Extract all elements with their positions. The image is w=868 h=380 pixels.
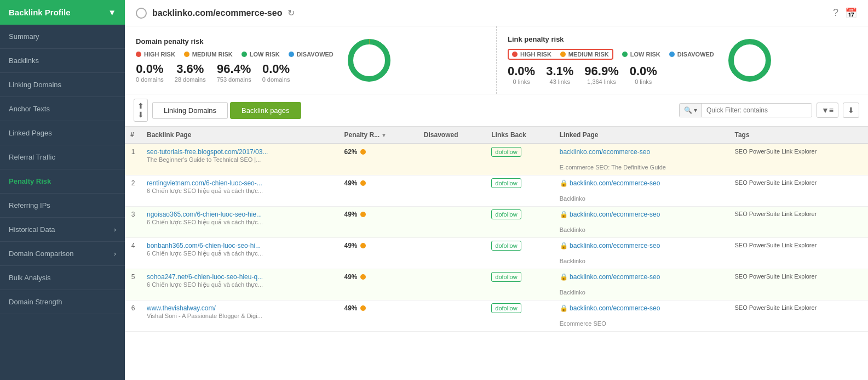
sidebar-item-referral-traffic[interactable]: Referral Traffic bbox=[0, 145, 125, 169]
linked-page-url[interactable]: 🔒 backlinko.com/ecommerce-seo bbox=[560, 242, 724, 249]
disavowed-cell bbox=[418, 300, 486, 332]
topbar-right: ? 📅 bbox=[833, 7, 857, 19]
sidebar-item-label: Linking Domains bbox=[9, 81, 61, 89]
link-penalty-donut bbox=[725, 36, 774, 85]
backlink-url[interactable]: rentingvietnam.com/6-chien-luoc-seo-... bbox=[147, 179, 333, 187]
risk-stat-pct-medium: 3.6% bbox=[175, 62, 206, 76]
sidebar-arrow-icon: ▼ bbox=[108, 8, 116, 17]
table-row: 2rentingvietnam.com/6-chien-luoc-seo-...… bbox=[125, 175, 868, 207]
help-icon[interactable]: ? bbox=[833, 7, 838, 19]
risk-dot-low bbox=[242, 52, 247, 57]
col-header-penalty-r[interactable]: Penalty R... ▼ bbox=[338, 127, 418, 144]
search-input[interactable] bbox=[702, 104, 812, 117]
main-content: backlinko.com/ecommerce-seo ↻ ? 📅 Domain… bbox=[125, 0, 868, 380]
row-num: 6 bbox=[125, 300, 141, 332]
controls-left: ⬆⬇ Linking DomainsBacklink pages bbox=[134, 99, 301, 122]
search-icon[interactable]: 🔍 ▾ bbox=[680, 104, 702, 117]
penalty-pct: 49% bbox=[344, 273, 357, 281]
sidebar-item-linking-domains[interactable]: Linking Domains bbox=[0, 73, 125, 97]
col-header-num: # bbox=[125, 127, 141, 144]
backlink-page-cell: sohoa247.net/6-chien-luoc-seo-hieu-q...6… bbox=[141, 269, 338, 300]
sidebar-item-anchor-texts[interactable]: Anchor Texts bbox=[0, 97, 125, 121]
links-back-cell: dofollow bbox=[486, 207, 554, 238]
linked-page-desc: Backlinko bbox=[560, 258, 585, 264]
risk-legend-item-high: HIGH RISK bbox=[136, 51, 175, 58]
linked-page-url[interactable]: 🔒 backlinko.com/ecommerce-seo bbox=[560, 179, 724, 187]
linked-page-url[interactable]: backlinko.com/ecommerce-seo bbox=[560, 148, 724, 156]
sidebar-item-historical-data[interactable]: Historical Data› bbox=[0, 218, 125, 242]
col-header-backlink-page: Backlink Page bbox=[141, 127, 338, 144]
sidebar-item-penalty-risk[interactable]: Penalty Risk bbox=[0, 169, 125, 194]
col-header-linked-page: Linked Page bbox=[554, 127, 729, 144]
penalty-pct: 49% bbox=[344, 211, 357, 218]
sidebar-item-backlinks[interactable]: Backlinks bbox=[0, 49, 125, 73]
refresh-icon[interactable]: ↻ bbox=[288, 8, 295, 18]
disavowed-cell bbox=[418, 207, 486, 238]
risk-stat-pct-high: 0.0% bbox=[136, 62, 164, 76]
linked-page-cell: backlinko.com/ecommerce-seoE-commerce SE… bbox=[554, 144, 729, 175]
linked-page-cell: 🔒 backlinko.com/ecommerce-seoBacklinko bbox=[554, 175, 729, 207]
topbar-left: backlinko.com/ecommerce-seo ↻ bbox=[136, 8, 295, 19]
linked-page-desc: Backlinko bbox=[560, 289, 585, 296]
backlink-url[interactable]: bonbanh365.com/6-chien-luoc-seo-hi... bbox=[147, 242, 333, 249]
tab-linking-domains[interactable]: Linking Domains bbox=[152, 102, 228, 119]
penalty-value: 49% bbox=[344, 211, 412, 218]
risk-stat-disavowed: 0.0%0 links bbox=[630, 64, 657, 85]
risk-stat-sub-medium: 28 domains bbox=[175, 76, 206, 83]
sidebar-item-label: Summary bbox=[9, 32, 39, 41]
controls-bar: ⬆⬇ Linking DomainsBacklink pages 🔍 ▾ ▼≡ … bbox=[125, 94, 868, 127]
risk-dot-medium bbox=[184, 52, 189, 57]
sidebar-item-summary[interactable]: Summary bbox=[0, 25, 125, 49]
backlink-url[interactable]: seo-tutorials-free.blogspot.com/2017/03.… bbox=[147, 148, 333, 156]
risk-stat-sub-medium: 43 links bbox=[546, 78, 573, 85]
backlink-table: #Backlink PagePenalty R... ▼DisavowedLin… bbox=[125, 127, 868, 332]
backlink-page-cell: www.thevishalway.com/Vishal Soni - A Pas… bbox=[141, 300, 338, 332]
risk-stat-medium: 3.1%43 links bbox=[546, 64, 573, 85]
sidebar-item-referring-ips[interactable]: Referring IPs bbox=[0, 194, 125, 218]
tags-cell: SEO PowerSuite Link Explorer bbox=[729, 300, 869, 332]
linked-page-url[interactable]: 🔒 backlinko.com/ecommerce-seo bbox=[560, 211, 724, 218]
risk-label-low: LOW RISK bbox=[630, 51, 660, 58]
penalty-dot-icon bbox=[360, 149, 366, 155]
link-penalty-stats: 0.0%0 links3.1%43 links96.9%1,364 links0… bbox=[508, 64, 714, 85]
sidebar-item-linked-pages[interactable]: Linked Pages bbox=[0, 121, 125, 145]
sidebar-item-label: Domain Comparison bbox=[9, 249, 74, 258]
risk-dot-low bbox=[622, 52, 628, 57]
sidebar-item-label: Anchor Texts bbox=[9, 105, 50, 113]
backlink-url[interactable]: ngoisao365.com/6-chien-luoc-seo-hie... bbox=[147, 211, 333, 218]
linked-page-cell: 🔒 backlinko.com/ecommerce-seoBacklinko bbox=[554, 238, 729, 269]
tab-backlink-pages[interactable]: Backlink pages bbox=[230, 102, 301, 119]
risk-stat-pct-medium: 3.1% bbox=[546, 64, 573, 78]
controls-right: 🔍 ▾ ▼≡ ⬇ bbox=[679, 103, 859, 118]
col-header-disavowed: Disavowed bbox=[418, 127, 486, 144]
sidebar-item-bulk-analysis[interactable]: Bulk Analysis bbox=[0, 266, 125, 290]
backlink-page-cell: rentingvietnam.com/6-chien-luoc-seo-...6… bbox=[141, 175, 338, 207]
table-row: 3ngoisao365.com/6-chien-luoc-seo-hie...6… bbox=[125, 207, 868, 238]
backlink-url[interactable]: www.thevishalway.com/ bbox=[147, 304, 333, 312]
risk-legend-item-high: HIGH RISK bbox=[512, 51, 551, 58]
risk-stat-medium: 3.6%28 domains bbox=[175, 62, 206, 83]
risk-dot-disavowed bbox=[669, 52, 675, 57]
filter-button[interactable]: ▼≡ bbox=[817, 103, 838, 118]
table-row: 4bonbanh365.com/6-chien-luoc-seo-hi...6 … bbox=[125, 238, 868, 269]
linked-page-url[interactable]: 🔒 backlinko.com/ecommerce-seo bbox=[560, 304, 724, 312]
table-body: 1seo-tutorials-free.blogspot.com/2017/03… bbox=[125, 144, 868, 332]
tags-cell: SEO PowerSuite Link Explorer bbox=[729, 269, 869, 300]
sidebar-item-domain-comparison[interactable]: Domain Comparison› bbox=[0, 242, 125, 266]
sidebar-item-domain-strength[interactable]: Domain Strength bbox=[0, 290, 125, 314]
backlink-url[interactable]: sohoa247.net/6-chien-luoc-seo-hieu-q... bbox=[147, 273, 333, 281]
linked-page-cell: 🔒 backlinko.com/ecommerce-seoEcommerce S… bbox=[554, 300, 729, 332]
calendar-icon[interactable]: 📅 bbox=[845, 7, 857, 19]
penalty-dot-icon bbox=[360, 180, 366, 186]
sidebar-header[interactable]: Backlink Profile ▼ bbox=[0, 0, 125, 25]
export-button[interactable]: ⬇ bbox=[843, 103, 859, 118]
risk-stat-pct-disavowed: 0.0% bbox=[630, 64, 657, 78]
risk-legend-item-medium: MEDIUM RISK bbox=[560, 51, 609, 58]
backlink-desc: 6 Chiến lược SEO hiệu quả và cách thực..… bbox=[147, 188, 263, 194]
sidebar-item-label: Backlinks bbox=[9, 56, 39, 65]
linked-page-desc: Backlinko bbox=[560, 226, 585, 233]
linked-page-url[interactable]: 🔒 backlinko.com/ecommerce-seo bbox=[560, 273, 724, 281]
collapse-button[interactable]: ⬆⬇ bbox=[134, 99, 148, 122]
backlink-desc: 6 Chiến lược SEO hiệu quả và cách thực..… bbox=[147, 219, 263, 225]
tags-cell: SEO PowerSuite Link Explorer bbox=[729, 238, 869, 269]
